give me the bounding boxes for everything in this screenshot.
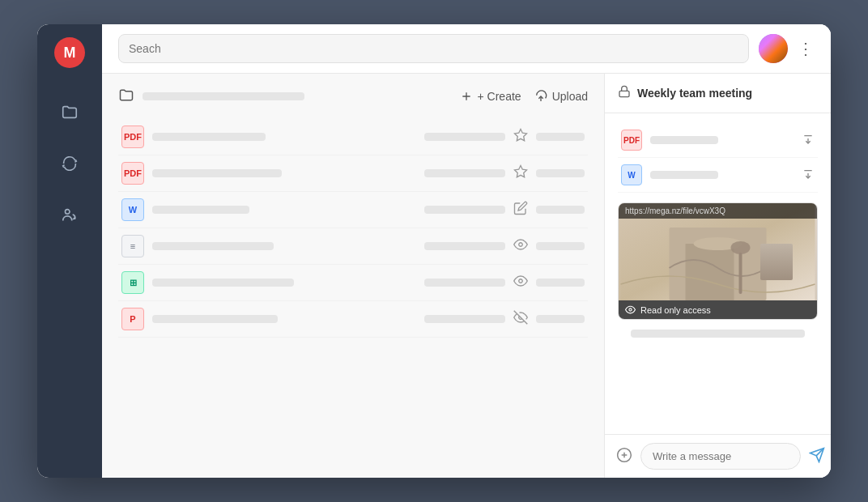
message-input-area — [605, 434, 831, 478]
send-button[interactable] — [809, 447, 825, 466]
shared-file-name — [650, 171, 718, 179]
add-message-button[interactable] — [616, 447, 632, 466]
download-button[interactable] — [802, 132, 815, 148]
read-only-bar: Read only access — [619, 300, 817, 319]
svg-rect-9 — [619, 91, 629, 96]
file-date — [424, 279, 505, 287]
svg-point-18 — [731, 241, 751, 254]
file-icon-pdf: PDF — [121, 162, 144, 185]
action-buttons: + Create Upload — [460, 90, 588, 103]
main-area: ⋮ + Create — [102, 24, 831, 478]
shared-file-icon-pdf: PDF — [621, 130, 642, 151]
file-name — [152, 133, 266, 141]
mega-logo: M — [54, 37, 85, 68]
view-icon[interactable] — [513, 274, 528, 291]
read-only-text: Read only access — [640, 305, 711, 315]
file-row: PDF — [118, 155, 588, 192]
eye-icon — [625, 304, 636, 315]
view-icon[interactable] — [513, 237, 528, 255]
folder-header-icon — [118, 87, 134, 106]
file-size — [536, 133, 585, 141]
file-list-header: + Create Upload — [118, 87, 588, 106]
sidebar: M — [37, 24, 102, 478]
svg-marker-4 — [515, 130, 527, 141]
svg-marker-5 — [515, 166, 527, 177]
lock-icon — [618, 85, 631, 101]
file-size — [536, 242, 585, 250]
file-icon-pdf: PDF — [121, 126, 144, 148]
file-row: PDF — [118, 119, 588, 155]
link-preview-card[interactable]: https://mega.nz/file/vcwX3Q — [618, 202, 818, 320]
upload-button[interactable]: Upload — [534, 90, 588, 103]
user-avatar[interactable] — [759, 34, 788, 63]
file-size — [536, 169, 585, 177]
file-name — [152, 206, 249, 214]
app-window: M ⋮ — [37, 24, 831, 478]
more-options-button[interactable]: ⋮ — [798, 39, 815, 58]
file-icon-word: W — [121, 198, 144, 221]
file-list-panel: + Create Upload PDF — [102, 74, 604, 478]
right-panel-header: Weekly team meeting — [605, 74, 831, 113]
file-size — [536, 315, 585, 323]
file-date — [424, 169, 505, 177]
avatar-image — [759, 34, 788, 63]
shared-file-row: W — [618, 158, 818, 193]
content-area: + Create Upload PDF — [102, 74, 831, 478]
star-icon[interactable] — [513, 128, 528, 146]
link-url-bar: https://mega.nz/file/vcwX3Q — [619, 203, 817, 219]
breadcrumb-placeholder — [143, 92, 304, 100]
svg-point-0 — [66, 210, 70, 215]
message-input[interactable] — [640, 443, 801, 470]
panel-title: Weekly team meeting — [637, 87, 752, 100]
svg-point-6 — [519, 243, 523, 247]
edit-icon[interactable] — [513, 201, 528, 219]
panel-footer-placeholder — [631, 330, 805, 338]
sidebar-item-files[interactable] — [55, 97, 84, 126]
hidden-icon[interactable] — [513, 310, 528, 328]
file-size — [536, 279, 585, 287]
file-date — [424, 206, 505, 214]
shared-file-name — [650, 136, 718, 144]
create-button[interactable]: + Create — [460, 90, 521, 103]
file-name — [152, 242, 274, 250]
sidebar-item-sync[interactable] — [55, 149, 84, 178]
file-name — [152, 169, 282, 177]
file-row: W — [118, 192, 588, 228]
file-row: ⊞ — [118, 265, 588, 301]
download-button[interactable] — [802, 167, 815, 183]
file-date — [424, 242, 505, 250]
star-icon[interactable] — [513, 164, 528, 182]
file-icon-ppt: P — [121, 308, 144, 330]
search-input[interactable] — [118, 34, 749, 63]
file-icon-xls: ⊞ — [121, 271, 144, 294]
shared-file-row: PDF — [618, 123, 818, 158]
right-panel: Weekly team meeting PDF W — [604, 74, 831, 478]
file-size — [536, 206, 585, 214]
file-date — [424, 133, 505, 141]
file-row: ≡ — [118, 228, 588, 265]
shared-file-icon-word: W — [621, 164, 642, 185]
file-name — [152, 315, 278, 323]
file-icon-txt: ≡ — [121, 235, 144, 257]
svg-point-7 — [519, 279, 523, 283]
svg-point-20 — [629, 308, 632, 311]
top-bar: ⋮ — [102, 24, 831, 74]
file-row: P — [118, 301, 588, 338]
file-name — [152, 279, 294, 287]
file-date — [424, 315, 505, 323]
sidebar-item-contacts[interactable] — [55, 201, 84, 230]
right-panel-content: PDF W — [605, 113, 831, 434]
